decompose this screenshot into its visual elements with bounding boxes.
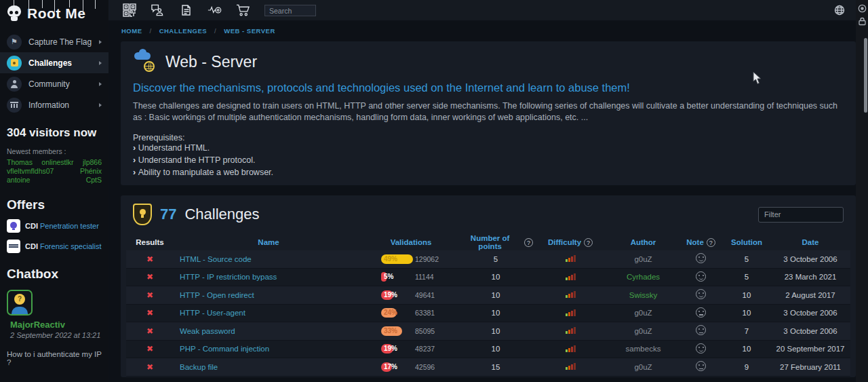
sidebar-item-community[interactable]: Community <box>0 73 108 94</box>
documents-icon[interactable] <box>179 3 193 18</box>
note-smiley-icon <box>696 325 706 335</box>
ctf-pulse-icon[interactable] <box>208 3 222 18</box>
points-value: 10 <box>458 345 533 353</box>
help-icon[interactable]: ? <box>707 238 715 247</box>
offer-contract: CDI <box>25 242 38 250</box>
chevron-right-icon <box>99 40 102 44</box>
chevron-right-icon <box>99 103 102 107</box>
challenge-link[interactable]: HTTP - User-agent <box>174 309 363 317</box>
challenge-link[interactable]: PHP - Command injection <box>174 345 363 353</box>
chevron-right-icon <box>99 82 102 86</box>
author-link[interactable]: g0uZ <box>608 363 679 371</box>
member-link[interactable]: vfleltvmfldhs07 <box>7 167 54 175</box>
filter-input[interactable] <box>758 207 844 223</box>
sidebar-item-label: Community <box>28 79 70 89</box>
member-link[interactable]: antoine <box>7 176 30 184</box>
chat-message: How to i authenticate my IP ? <box>7 350 102 366</box>
vertical-scrollbar[interactable] <box>864 38 867 113</box>
sidebar-item-label: Capture The Flag <box>28 37 92 47</box>
solution-count: 10 <box>723 309 770 317</box>
sidebar-item-label: Information <box>28 100 69 110</box>
help-icon[interactable]: ? <box>524 238 533 247</box>
breadcrumb-home[interactable]: HOME <box>121 27 142 35</box>
author-link[interactable]: g0uZ <box>608 309 679 317</box>
community-chat-icon[interactable] <box>151 3 165 18</box>
column-name[interactable]: Name <box>174 238 363 246</box>
member-link[interactable]: Phénix <box>80 167 102 175</box>
challenge-link[interactable]: Weak password <box>174 327 363 335</box>
newest-members-label: Newest members : <box>7 147 102 155</box>
column-solution[interactable]: Solution <box>723 238 770 246</box>
validation-percent-badge: 19% <box>381 344 393 354</box>
challenge-link[interactable]: HTTP - Open redirect <box>174 291 363 299</box>
offer-link[interactable]: Penetration tester <box>40 222 99 230</box>
author-link[interactable]: g0uZ <box>608 255 679 263</box>
categories-qr-icon[interactable] <box>122 3 136 18</box>
newest-members-list: Thomas onlinestlkr jlp866 vfleltvmfldhs0… <box>7 158 102 184</box>
breadcrumb: HOME / CHALLENGES / WEB - SERVER <box>108 20 856 41</box>
shop-cart-icon[interactable] <box>236 3 250 18</box>
column-author[interactable]: Author <box>608 238 679 246</box>
avatar[interactable]: ? <box>7 290 33 316</box>
person-icon <box>7 77 22 92</box>
chat-username[interactable]: MajorReactiv <box>7 320 102 330</box>
validations-count: 11144 <box>404 273 458 281</box>
challenge-link[interactable]: Backup file <box>174 363 363 371</box>
target-circle-icon[interactable] <box>857 3 867 13</box>
solution-count: 10 <box>723 345 770 353</box>
challenge-link[interactable]: HTTP - IP restriction bypass <box>174 273 363 281</box>
breadcrumb-challenges[interactable]: CHALLENGES <box>159 27 207 35</box>
author-link[interactable]: g0uZ <box>608 327 679 335</box>
author-link[interactable]: Cyrhades <box>608 273 679 281</box>
sidebar-item-challenges[interactable]: Challenges <box>0 52 108 73</box>
help-icon[interactable]: ? <box>584 238 593 247</box>
sidebar-item-capture-the-flag[interactable]: ⚑ Capture The Flag <box>0 31 108 52</box>
not-validated-icon: ✖ <box>146 362 153 372</box>
validation-percent-badge: 24% <box>381 308 397 318</box>
table-body: ✖ HTML - Source code 49% 129062 5 g0uZ 5… <box>126 250 850 377</box>
validations-count: 63381 <box>404 309 458 317</box>
offer-penetration-tester[interactable]: CDI Penetration tester <box>7 219 102 233</box>
table-row: ✖ Weak password 33% 85095 10 g0uZ 7 3 Oc… <box>126 322 850 341</box>
column-note[interactable]: Note? <box>679 238 723 247</box>
search-input[interactable] <box>264 5 316 16</box>
column-difficulty[interactable]: Difficulty? <box>533 238 608 247</box>
main-content: HOME / CHALLENGES / WEB - SERVER Web - S… <box>108 20 856 382</box>
topbar <box>108 0 856 20</box>
author-link[interactable]: sambecks <box>608 345 679 353</box>
validation-percent-badge: 33% <box>381 326 402 336</box>
challenge-date: 3 October 2006 <box>770 255 850 263</box>
challenges-panel: 77 Challenges Results Name Validations N… <box>121 195 856 377</box>
table-row: ✖ HTML - Source code 49% 129062 5 g0uZ 5… <box>126 250 850 269</box>
challenge-link[interactable]: HTML - Source code <box>174 255 363 263</box>
member-link[interactable]: jlp866 <box>83 158 102 166</box>
member-link[interactable]: CptS <box>86 176 102 184</box>
author-link[interactable]: Swissky <box>608 291 679 299</box>
column-validations[interactable]: Validations <box>363 238 458 246</box>
solution-count: 7 <box>723 327 770 335</box>
prerequisite-item: Understand HTML. <box>133 142 844 155</box>
not-validated-icon: ✖ <box>146 290 153 300</box>
table-row: ✖ HTTP - IP restriction bypass 5% 11144 … <box>126 269 850 287</box>
challenges-count: 77 <box>160 206 176 223</box>
column-date[interactable]: Date <box>770 238 850 246</box>
lock-icon[interactable] <box>857 16 867 26</box>
not-validated-icon: ✖ <box>146 326 153 336</box>
difficulty-icon <box>566 254 576 262</box>
language-globe-icon[interactable] <box>832 3 846 18</box>
difficulty-icon <box>566 345 576 352</box>
column-points[interactable]: Number of points? <box>458 234 533 250</box>
offer-link[interactable]: Forensic specialist <box>40 242 101 250</box>
member-link[interactable]: Thomas <box>7 158 33 166</box>
chevron-right-icon <box>99 61 102 65</box>
search-box <box>264 4 316 17</box>
member-link[interactable]: onlinestlkr <box>41 158 73 166</box>
avatar-face-icon: ? <box>14 294 25 305</box>
challenge-date: 27 February 2011 <box>770 363 850 371</box>
breadcrumb-web-server[interactable]: WEB - SERVER <box>224 27 275 35</box>
hanging-threads-decoration <box>9 0 98 15</box>
offer-forensic-specialist[interactable]: CDI Forensic specialist <box>7 240 102 253</box>
column-results[interactable]: Results <box>126 238 174 246</box>
table-row: ✖ HTTP - User-agent 24% 63381 10 g0uZ 10… <box>126 305 850 323</box>
sidebar-item-information[interactable]: Information <box>0 94 108 115</box>
